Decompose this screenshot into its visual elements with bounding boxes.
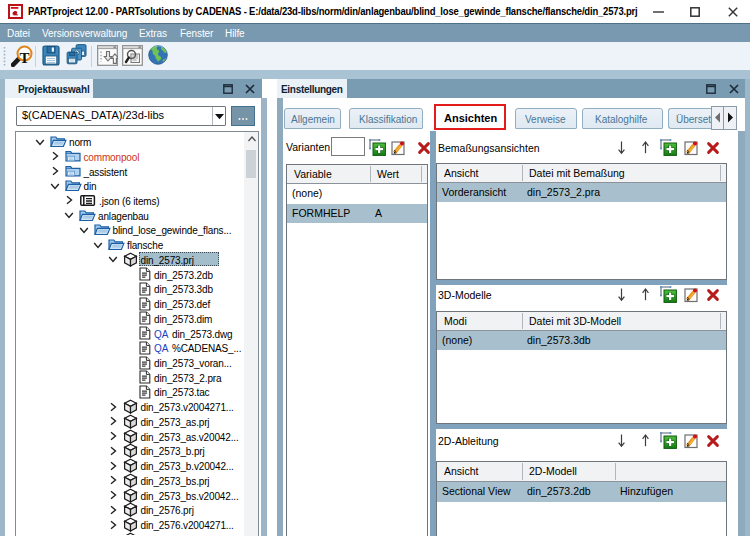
svg-text:T: T <box>20 50 30 66</box>
